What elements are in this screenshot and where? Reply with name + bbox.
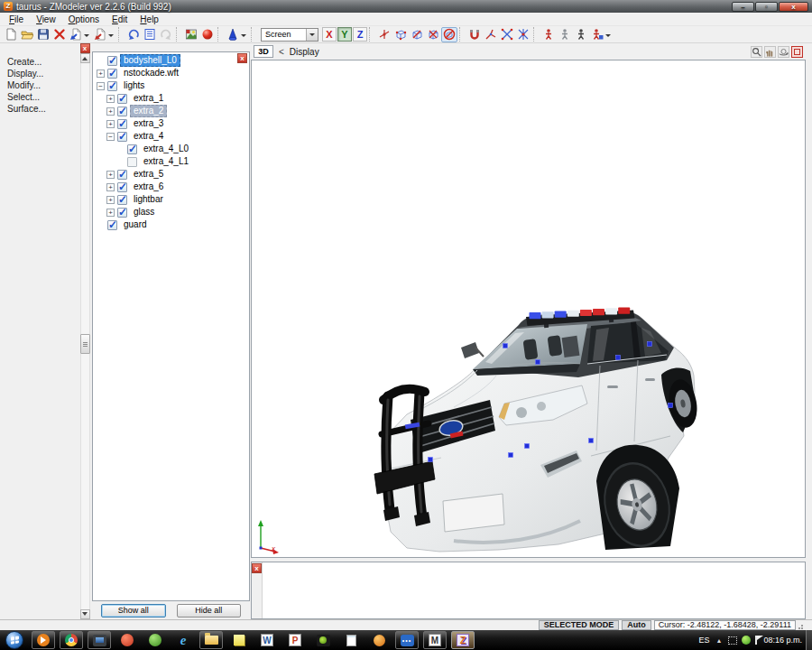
collapse-icon[interactable]: − (106, 133, 115, 141)
taskbar-media-player[interactable] (32, 631, 55, 649)
tree-item-label[interactable]: glass (130, 206, 158, 218)
tree-item-label[interactable]: extra_4_L0 (140, 143, 192, 155)
visibility-checkbox[interactable] (117, 132, 127, 142)
bone-edit-button[interactable] (589, 27, 605, 42)
spray-cone-button[interactable] (225, 27, 241, 42)
language-indicator[interactable]: ES (699, 636, 710, 645)
vertex-marker[interactable] (509, 453, 513, 458)
show-desktop-button[interactable] (806, 630, 812, 650)
close-button[interactable]: x (779, 2, 808, 12)
taskbar-orange-app[interactable] (367, 631, 391, 649)
taskbar-nvidia[interactable] (311, 631, 335, 649)
tree-row[interactable]: extra_4_L0 (93, 143, 249, 155)
magnet-button[interactable] (466, 27, 483, 42)
taskbar-powerpoint[interactable]: P (283, 631, 307, 649)
expand-icon[interactable]: + (106, 183, 115, 191)
taskbar-sticky-notes[interactable] (227, 631, 251, 649)
mode-pivot-button[interactable] (376, 27, 392, 42)
bone-move-button[interactable] (557, 27, 573, 42)
expand-icon[interactable]: + (106, 171, 115, 179)
secondary-panel-content[interactable] (263, 562, 805, 618)
redo-button[interactable] (158, 27, 174, 42)
bone-pose-button[interactable] (573, 27, 589, 42)
taskbar-word[interactable]: W (255, 631, 279, 649)
visibility-checkbox[interactable] (117, 208, 127, 218)
visibility-checkbox[interactable] (117, 107, 127, 116)
zoom-tool-icon[interactable] (751, 46, 762, 58)
tray-window-icon[interactable] (728, 636, 737, 645)
taskbar-green-app[interactable] (143, 631, 167, 649)
tree-item-label[interactable]: lightbar (130, 193, 167, 206)
command-surface[interactable]: Surface... (0, 103, 79, 115)
gizmo-scale-button[interactable] (499, 27, 515, 42)
pan-tool-icon[interactable] (764, 46, 776, 58)
screen-mode-select[interactable]: Screen (261, 28, 318, 42)
tree-row[interactable]: +nstockade.wft (93, 67, 249, 79)
visibility-checkbox[interactable] (117, 170, 127, 180)
gizmo-rotate-button[interactable] (515, 27, 531, 42)
tree-item-label[interactable]: extra_2 (130, 105, 167, 117)
mode-vertex-button[interactable] (392, 27, 409, 42)
viewport-3d[interactable]: x (251, 60, 806, 558)
restore-button[interactable]: ▫ (755, 2, 778, 12)
visibility-checkbox[interactable] (117, 195, 127, 205)
taskbar-internet-explorer[interactable]: e (171, 631, 195, 649)
tree-item-label[interactable]: nstockade.wft (120, 67, 182, 79)
resize-grip[interactable] (801, 625, 803, 627)
tree-row[interactable]: extra_4_L1 (93, 155, 249, 168)
close-panel-button[interactable]: x (80, 43, 90, 53)
vertex-marker[interactable] (648, 342, 652, 347)
vertex-marker[interactable] (669, 404, 673, 408)
tree-row[interactable]: +extra_5 (93, 168, 249, 181)
tree-row[interactable]: +extra_6 (93, 181, 249, 193)
hide-all-button[interactable]: Hide all (177, 604, 242, 618)
mode-edge-button[interactable] (409, 27, 425, 42)
visibility-checkbox[interactable] (107, 69, 117, 79)
auto-toggle[interactable]: Auto (622, 620, 651, 630)
close-tree-button[interactable]: x (237, 53, 247, 63)
viewport-back-button[interactable]: < (279, 47, 284, 57)
axis-x-button[interactable]: X (322, 27, 337, 42)
maximize-view-button[interactable] (791, 46, 803, 58)
collapse-icon[interactable]: − (97, 82, 105, 90)
visibility-checkbox[interactable] (127, 157, 137, 167)
chevron-down-icon[interactable] (241, 34, 246, 40)
tree-row[interactable]: +extra_3 (93, 117, 249, 130)
tray-green-icon[interactable] (742, 636, 751, 645)
bone-select-button[interactable] (540, 27, 557, 42)
texture-browser-button[interactable] (183, 27, 199, 42)
vertex-marker[interactable] (429, 458, 433, 462)
visibility-checkbox[interactable] (117, 182, 127, 192)
tree-item-label[interactable]: bodyshell_L0 (120, 54, 180, 67)
chevron-down-icon[interactable] (84, 34, 89, 40)
menu-help[interactable]: Help (134, 14, 165, 25)
taskbar-messenger[interactable]: ••• (395, 631, 419, 649)
command-select[interactable]: Select... (0, 91, 79, 103)
chevron-down-icon[interactable] (605, 34, 611, 40)
orbit-tool-icon[interactable] (778, 46, 789, 58)
expand-icon[interactable]: + (106, 120, 115, 128)
viewport-mode-button[interactable]: 3D (254, 45, 273, 58)
vertex-marker[interactable] (536, 360, 540, 365)
taskbar-m-app[interactable]: M (423, 631, 447, 649)
tree-item-label[interactable]: extra_4_L1 (140, 155, 192, 168)
tree-item-label[interactable]: extra_1 (130, 92, 167, 105)
menu-file[interactable]: File (3, 14, 30, 25)
axis-z-button[interactable]: Z (353, 27, 367, 42)
chevron-down-icon[interactable] (306, 29, 318, 41)
visibility-checkbox[interactable] (117, 119, 127, 129)
taskbar-chrome[interactable] (60, 631, 83, 649)
taskbar-zmodeler[interactable]: Z (451, 631, 475, 649)
tree-row[interactable]: +extra_1 (93, 92, 249, 105)
tree-row[interactable]: +glass (93, 206, 249, 218)
tree-row[interactable]: +extra_2 (93, 105, 249, 117)
tray-expand-icon[interactable]: ▲ (716, 637, 723, 644)
visibility-checkbox[interactable] (117, 94, 127, 104)
expand-icon[interactable]: + (106, 196, 115, 204)
tree-item-label[interactable]: extra_6 (130, 181, 167, 193)
menu-view[interactable]: View (30, 14, 62, 25)
tree-row[interactable]: −lights (93, 79, 249, 92)
mode-object-button[interactable] (441, 27, 457, 42)
start-button[interactable] (5, 631, 23, 649)
clock[interactable]: 08:16 p.m. (763, 636, 802, 645)
